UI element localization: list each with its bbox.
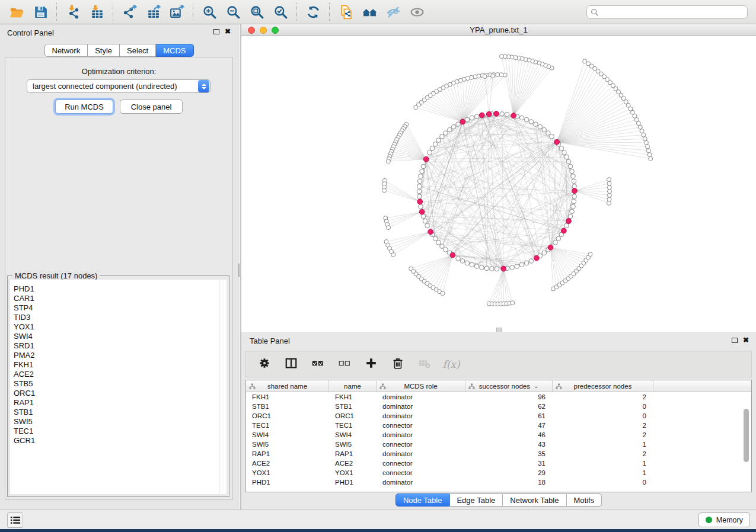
mcds-result-item[interactable]: YOX1 — [14, 322, 227, 332]
network-node[interactable] — [484, 266, 489, 271]
mcds-result-item[interactable]: SWI4 — [14, 332, 227, 341]
network-node[interactable] — [444, 131, 448, 136]
table-row[interactable]: ACE2ACE2connector311 — [246, 459, 751, 468]
table-cell[interactable]: 46 — [465, 431, 553, 438]
network-leaf-node[interactable] — [649, 156, 653, 161]
network-node[interactable] — [470, 116, 474, 120]
table-cell[interactable]: YOX1 — [246, 469, 329, 476]
network-node[interactable] — [510, 265, 515, 270]
table-cell[interactable]: connector — [377, 460, 465, 467]
table-row[interactable]: STB1STB1dominator620 — [246, 402, 751, 411]
zoom-in-button[interactable] — [197, 2, 221, 22]
table-cell[interactable]: 0 — [553, 412, 653, 419]
network-node[interactable] — [572, 194, 577, 199]
network-node[interactable] — [419, 204, 423, 209]
network-node[interactable] — [419, 174, 423, 179]
table-cell[interactable]: dominator — [377, 450, 465, 457]
mcds-hub-node[interactable] — [494, 111, 499, 117]
network-node[interactable] — [553, 241, 558, 245]
network-leaf-node[interactable] — [608, 190, 612, 194]
table-cell[interactable]: PHD1 — [329, 479, 377, 486]
network-leaf-node[interactable] — [500, 55, 504, 59]
network-leaf-node[interactable] — [607, 193, 611, 197]
export-image-button[interactable] — [165, 2, 189, 22]
table-tab-motifs[interactable]: Motifs — [566, 493, 602, 507]
network-node[interactable] — [456, 122, 461, 127]
mcds-hub-node[interactable] — [572, 188, 578, 194]
table-tab-network-table[interactable]: Network Table — [503, 493, 566, 507]
network-node[interactable] — [542, 251, 547, 255]
network-node[interactable] — [559, 146, 564, 150]
table-cell[interactable]: 61 — [465, 412, 553, 419]
network-node[interactable] — [538, 124, 543, 129]
table-cell[interactable]: 2 — [553, 431, 653, 438]
search-input[interactable] — [602, 8, 744, 17]
network-node[interactable] — [417, 189, 422, 194]
criterion-select[interactable]: largest connected component (undirected) — [27, 79, 210, 93]
mcds-hub-node[interactable] — [548, 245, 553, 250]
network-leaf-node[interactable] — [607, 197, 611, 201]
network-node[interactable] — [451, 124, 456, 129]
network-node[interactable] — [436, 138, 441, 143]
table-cell[interactable]: SWI5 — [246, 441, 329, 448]
open-file-button[interactable] — [5, 2, 28, 22]
table-scrollbar[interactable] — [742, 393, 750, 491]
mcds-hub-node[interactable] — [419, 209, 425, 214]
network-leaf-node[interactable] — [643, 137, 647, 141]
network-node[interactable] — [448, 127, 452, 132]
network-leaf-node[interactable] — [607, 178, 611, 182]
table-cell[interactable]: 18 — [465, 479, 553, 486]
table-cell[interactable]: FKH1 — [329, 393, 377, 400]
network-node[interactable] — [519, 262, 524, 267]
table-cell[interactable]: RAP1 — [329, 450, 377, 457]
table-cell[interactable]: ACE2 — [246, 460, 329, 467]
select-all-button[interactable] — [310, 357, 326, 372]
zoom-fit-button[interactable] — [245, 2, 269, 22]
table-cell[interactable]: 47 — [465, 422, 553, 429]
network-node[interactable] — [529, 120, 534, 124]
column-header-predecessor-nodes[interactable]: predecessor nodes — [553, 380, 653, 392]
network-leaf-node[interactable] — [640, 129, 644, 133]
network-node[interactable] — [420, 169, 425, 174]
mcds-hub-node[interactable] — [428, 229, 433, 235]
network-leaf-node[interactable] — [588, 252, 592, 257]
column-header-name[interactable]: name — [329, 380, 377, 392]
table-cell[interactable]: 1 — [553, 469, 653, 476]
splitter-handle[interactable] — [238, 264, 240, 277]
table-tab-node-table[interactable]: Node Table — [395, 493, 450, 507]
mcds-hub-node[interactable] — [511, 113, 516, 118]
mcds-list-scrollbar[interactable] — [219, 280, 227, 494]
table-cell[interactable]: PHD1 — [246, 479, 329, 486]
table-cell[interactable]: dominator — [377, 412, 465, 419]
hide-selected-button[interactable] — [381, 2, 405, 22]
mcds-result-item[interactable]: TEC1 — [14, 427, 227, 436]
mcds-result-item[interactable]: TID3 — [14, 313, 227, 322]
table-cell[interactable]: 62 — [465, 403, 553, 410]
network-node[interactable] — [417, 179, 422, 184]
network-node[interactable] — [572, 199, 576, 204]
network-leaf-node[interactable] — [441, 291, 445, 296]
show-all-button[interactable] — [405, 2, 429, 22]
mcds-result-item[interactable]: STP4 — [14, 303, 227, 313]
mcds-result-item[interactable]: PMA2 — [14, 351, 227, 360]
close-table-panel-icon[interactable]: ✖ — [743, 337, 749, 343]
mcds-hub-node[interactable] — [501, 266, 506, 271]
table-cell[interactable]: 1 — [553, 460, 653, 467]
table-cell[interactable]: 2 — [553, 393, 653, 400]
mcds-hub-node[interactable] — [534, 255, 540, 261]
mcds-hub-node[interactable] — [423, 157, 429, 162]
table-row[interactable]: SWI5SWI5connector431 — [246, 440, 751, 449]
mcds-hub-node[interactable] — [460, 119, 465, 124]
table-row[interactable]: ORC1ORC1dominator610 — [246, 411, 751, 421]
mcds-hub-node[interactable] — [479, 113, 484, 118]
network-node[interactable] — [474, 114, 479, 119]
network-leaf-node[interactable] — [646, 149, 650, 153]
network-node[interactable] — [562, 150, 567, 155]
network-node[interactable] — [550, 134, 554, 139]
network-node[interactable] — [570, 169, 575, 174]
zoom-selected-button[interactable] — [269, 2, 292, 22]
network-node[interactable] — [534, 122, 538, 127]
export-table-button[interactable] — [141, 2, 165, 22]
mcds-result-item[interactable]: ACE2 — [14, 370, 227, 379]
table-row[interactable]: PHD1PHD1dominator180 — [246, 477, 751, 487]
